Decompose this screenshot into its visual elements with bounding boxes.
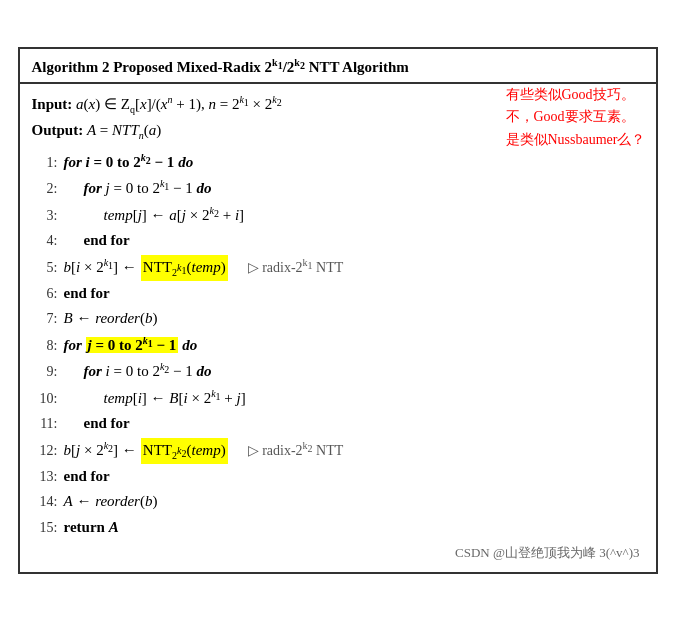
algorithm-header: Algorithm 2 Proposed Mixed-Radix 2k1/2k2… bbox=[20, 49, 656, 84]
algorithm-box: Algorithm 2 Proposed Mixed-Radix 2k1/2k2… bbox=[18, 47, 658, 575]
line-9: 9: for i = 0 to 2k2 − 1 do bbox=[32, 358, 644, 385]
red-comment-line3: 是类似Nussbaumer么？ bbox=[506, 129, 646, 151]
line-7: 7: B ← reorder(b) bbox=[32, 306, 644, 332]
algorithm-lines: 1: for i = 0 to 2k2 − 1 do 2: for j = 0 … bbox=[32, 149, 644, 541]
line-6: 6: end for bbox=[32, 281, 644, 307]
line5-comment: ▷ radix-2k1 NTT bbox=[248, 254, 344, 279]
line-5: 5: b[i × 2k1] ← NTT2k1(temp) ▷ radix-2k1… bbox=[32, 254, 644, 281]
line-2: 2: for j = 0 to 2k1 − 1 do bbox=[32, 175, 644, 202]
line12-text: b[j × 2k2] ← bbox=[64, 437, 137, 464]
line-4: 4: end for bbox=[32, 228, 644, 254]
line-1: 1: for i = 0 to 2k2 − 1 do bbox=[32, 149, 644, 176]
line5-ntt-highlight: NTT2k1(temp) bbox=[141, 255, 228, 281]
algorithm-title: Algorithm 2 Proposed Mixed-Radix 2k1/2k2… bbox=[32, 59, 409, 75]
line12-comment: ▷ radix-2k2 NTT bbox=[248, 437, 344, 462]
line-3: 3: temp[j] ← a[j × 2k2 + i] bbox=[32, 202, 644, 229]
line-10: 10: temp[i] ← B[i × 2k1 + j] bbox=[32, 385, 644, 412]
footer-note: CSDN @山登绝顶我为峰 3(^v^)3 bbox=[32, 544, 644, 562]
line-8: 8: for j = 0 to 2k1 − 1 do bbox=[32, 332, 644, 359]
algorithm-body: 有些类似Good技巧。 不，Good要求互素。 是类似Nussbaumer么？ … bbox=[20, 84, 656, 573]
red-comment-line1: 有些类似Good技巧。 bbox=[506, 84, 646, 106]
line-11: 11: end for bbox=[32, 411, 644, 437]
line-12: 12: b[j × 2k2] ← NTT2k2(temp) ▷ radix-2k… bbox=[32, 437, 644, 464]
line5-text: b[i × 2k1] ← bbox=[64, 254, 137, 281]
red-comment: 有些类似Good技巧。 不，Good要求互素。 是类似Nussbaumer么？ bbox=[506, 84, 646, 151]
line-13: 13: end for bbox=[32, 464, 644, 490]
line12-ntt-highlight: NTT2k2(temp) bbox=[141, 438, 228, 464]
red-comment-line2: 不，Good要求互素。 bbox=[506, 106, 646, 128]
line-14: 14: A ← reorder(b) bbox=[32, 489, 644, 515]
line-15: 15: return A bbox=[32, 515, 644, 541]
